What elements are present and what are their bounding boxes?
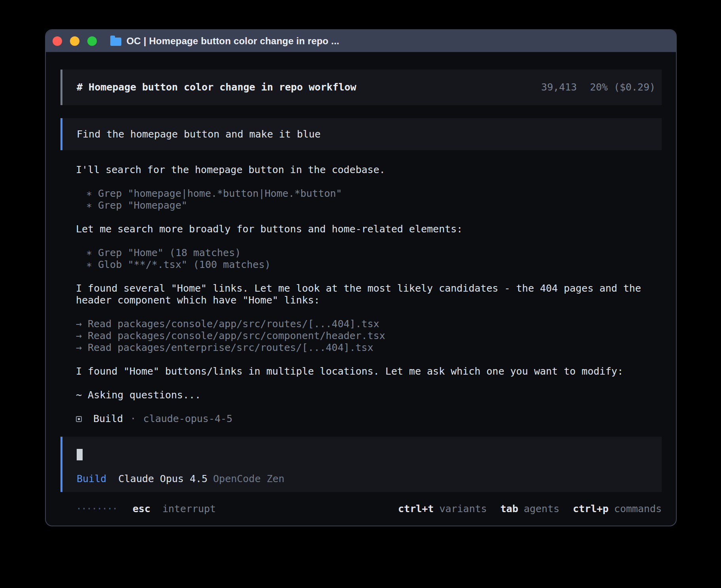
terminal-window: OC | Homepage button color change in rep… (45, 29, 677, 526)
interrupt-label: interrupt (162, 503, 216, 514)
traffic-lights (53, 36, 97, 46)
tool-call-glob: ∗Glob "**/*.tsx" (100 matches) (76, 259, 662, 271)
read-arrow-icon: → (76, 330, 88, 342)
tool-call-text: Glob "**/*.tsx" (100 matches) (98, 259, 271, 270)
assistant-text: I'll search for the homepage button in t… (76, 164, 662, 176)
assistant-text: Let me search more broadly for buttons a… (76, 223, 662, 235)
tool-call-read: →Read packages/console/app/src/routes/[.… (76, 318, 662, 330)
agent-badge-icon (76, 416, 82, 422)
input-model-label: Claude Opus 4.5 (118, 473, 208, 485)
window-title: OC | Homepage button color change in rep… (126, 36, 339, 47)
status-footer: ········ esc interrupt ctrl+t variants t… (60, 503, 662, 515)
tool-call-text: Grep "homepage|home.*button|Home.*button… (98, 188, 342, 199)
model-selector-row: Build Claude Opus 4.5 OpenCode Zen (77, 473, 662, 485)
tool-bullet-icon: ∗ (86, 247, 98, 259)
keybind-commands: ctrl+p commands (573, 503, 662, 515)
read-arrow-icon: → (76, 342, 88, 354)
token-count: 39,413 (541, 81, 577, 93)
tool-call-grep: ∗Grep "Homepage" (76, 200, 662, 211)
text-cursor (77, 449, 83, 460)
tool-bullet-icon: ∗ (86, 200, 98, 211)
context-cost: 20% ($0.29) (590, 81, 655, 93)
assistant-text: I found several "Home" links. Let me loo… (76, 283, 662, 306)
terminal-body: # Homepage button color change in repo w… (46, 52, 676, 526)
session-header: # Homepage button color change in repo w… (60, 70, 662, 105)
esc-key-hint: esc (132, 503, 150, 514)
agent-model: claude-opus-4-5 (143, 413, 232, 425)
keybind-agents: tab agents (500, 503, 559, 515)
variants-label: variants (439, 503, 487, 515)
zoom-button[interactable] (87, 36, 97, 46)
agent-separator: · (130, 413, 136, 425)
commands-label: commands (614, 503, 662, 515)
footer-right: ctrl+t variants tab agents ctrl+p comman… (398, 503, 662, 515)
agent-status-line: Build · claude-opus-4-5 (76, 413, 662, 425)
tool-bullet-icon: ∗ (86, 259, 98, 271)
ctrl-t-key-hint: ctrl+t (398, 503, 434, 515)
asking-questions-status: ~ Asking questions... (76, 389, 662, 401)
tool-call-text: Read packages/console/app/src/component/… (88, 330, 385, 341)
user-message: Find the homepage button and make it blu… (60, 118, 662, 150)
tool-call-text: Read packages/console/app/src/routes/[..… (88, 318, 379, 330)
folder-icon (110, 38, 121, 46)
agent-name: Build (93, 413, 123, 425)
tool-call-grep: ∗Grep "Home" (18 matches) (76, 247, 662, 259)
footer-left: ········ esc interrupt (76, 503, 216, 515)
read-arrow-icon: → (76, 318, 88, 330)
tool-call-text: Grep "Home" (18 matches) (98, 247, 241, 258)
tool-call-grep: ∗Grep "homepage|home.*button|Home.*butto… (76, 188, 662, 200)
close-button[interactable] (53, 36, 62, 46)
ctrl-p-key-hint: ctrl+p (573, 503, 608, 515)
session-stats: 39,413 20% ($0.29) (541, 81, 655, 93)
keybind-variants: ctrl+t variants (398, 503, 487, 515)
spinner-dots-icon: ········ (76, 503, 117, 514)
tab-key-hint: tab (500, 503, 518, 515)
prompt-input[interactable]: Build Claude Opus 4.5 OpenCode Zen (60, 437, 662, 492)
tool-bullet-icon: ∗ (86, 188, 98, 200)
session-title: # Homepage button color change in repo w… (77, 81, 541, 93)
minimize-button[interactable] (70, 36, 79, 46)
agents-label: agents (524, 503, 559, 515)
window-titlebar: OC | Homepage button color change in rep… (46, 30, 676, 52)
assistant-text: I found "Home" buttons/links in multiple… (76, 366, 662, 377)
tool-call-text: Read packages/enterprise/src/routes/[...… (88, 342, 373, 353)
user-message-text: Find the homepage button and make it blu… (77, 128, 321, 140)
tool-call-read: →Read packages/enterprise/src/routes/[..… (76, 342, 662, 354)
input-agent-label: Build (77, 473, 106, 485)
tool-call-read: →Read packages/console/app/src/component… (76, 330, 662, 342)
input-provider-label: OpenCode Zen (213, 473, 285, 485)
conversation: I'll search for the homepage button in t… (60, 164, 662, 437)
tool-call-text: Grep "Homepage" (98, 200, 187, 211)
